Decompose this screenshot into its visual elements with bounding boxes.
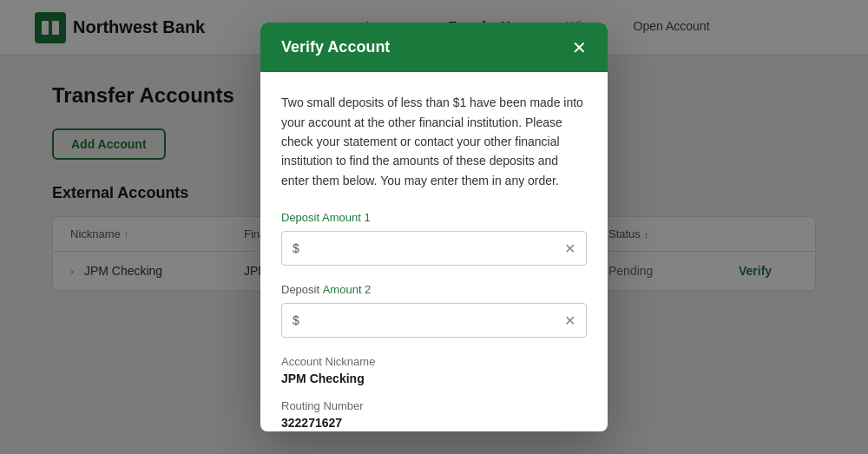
deposit-amount-2-input[interactable] — [305, 313, 564, 327]
account-nickname-label: Account Nickname — [281, 355, 587, 368]
modal-header: Verify Account ✕ — [260, 23, 608, 72]
modal-overlay: Verify Account ✕ Two small deposits of l… — [0, 0, 868, 454]
modal-body: Two small deposits of less than $1 have … — [260, 72, 608, 431]
routing-number-section: Routing Number 322271627 — [281, 399, 587, 430]
verify-account-modal: Verify Account ✕ Two small deposits of l… — [260, 23, 608, 431]
routing-number-value: 322271627 — [281, 416, 587, 430]
modal-close-button[interactable]: ✕ — [572, 39, 587, 56]
clear-deposit-2-button[interactable]: ✕ — [564, 313, 575, 329]
deposit-amount-2-input-wrapper: $ ✕ — [281, 303, 587, 338]
clear-deposit-1-button[interactable]: ✕ — [564, 240, 575, 257]
modal-title: Verify Account — [281, 38, 390, 56]
deposit-amount-2-label: Deposit Amount 2 — [281, 283, 587, 296]
deposit-amount-2-group: Deposit Amount 2 $ ✕ — [281, 283, 587, 338]
account-nickname-section: Account Nickname JPM Checking — [281, 355, 587, 385]
modal-description: Two small deposits of less than $1 have … — [281, 93, 587, 190]
deposit-amount-1-label: Deposit Amount 1 — [281, 211, 587, 224]
deposit-amount-1-group: Deposit Amount 1 $ ✕ — [281, 211, 587, 266]
routing-number-label: Routing Number — [281, 399, 587, 412]
currency-prefix-2: $ — [293, 313, 299, 327]
deposit-amount-1-input[interactable] — [305, 241, 564, 255]
currency-prefix-1: $ — [293, 241, 299, 255]
deposit-amount-1-input-wrapper: $ ✕ — [281, 231, 587, 266]
account-nickname-value: JPM Checking — [281, 372, 587, 385]
